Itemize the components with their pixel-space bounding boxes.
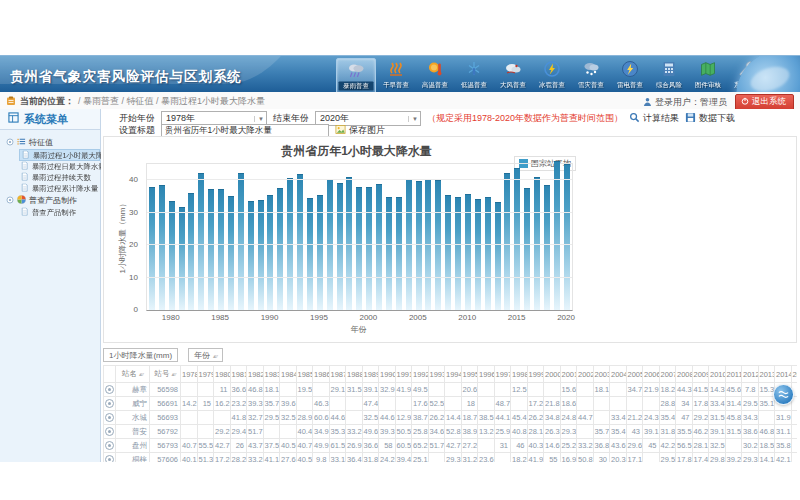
row-radio[interactable] <box>104 411 116 425</box>
bar-1991 <box>277 188 283 310</box>
nav-item-wind[interactable]: 大风普查 <box>494 58 532 93</box>
nav-item-label: 暴雨普查 <box>339 81 374 90</box>
year-header-1989[interactable]: 1989 <box>362 366 379 383</box>
radio-icon[interactable] <box>105 427 114 436</box>
year-header-1981[interactable]: 1981 <box>230 366 247 383</box>
download-button[interactable]: 数据下载 <box>685 112 735 125</box>
year-header-2015[interactable]: 2015 <box>791 366 797 383</box>
sidebar-item-0-1[interactable]: 暴雨过程日最大降水量 <box>19 161 100 172</box>
nav-item-hail[interactable]: 冰雹普查 <box>533 58 571 93</box>
sidebar-item-0-0[interactable]: 暴雨过程1小时最大降水量 <box>19 149 100 161</box>
nav-item-hightemp[interactable]: 高温普查 <box>416 58 454 93</box>
bar-slot-2009 <box>453 164 463 310</box>
year-header-2004[interactable]: 2004 <box>610 366 627 383</box>
year-header-2013[interactable]: 2013 <box>758 366 775 383</box>
year-header-1998[interactable]: 1998 <box>511 366 528 383</box>
year-header-2005[interactable]: 2005 <box>626 366 643 383</box>
year-header-2007[interactable]: 2007 <box>659 366 676 383</box>
nav-item-snow[interactable]: 雪灾普查 <box>572 58 610 93</box>
year-header-1990[interactable]: 1990 <box>379 366 396 383</box>
sidebar-group-0[interactable]: 特征值 <box>6 136 100 149</box>
year-header-1993[interactable]: 1993 <box>428 366 445 383</box>
radio-icon[interactable] <box>105 441 114 450</box>
sidebar-item-0-2[interactable]: 暴雨过程持续天数 <box>19 172 100 183</box>
nav-item-lightning[interactable]: 雷电普查 <box>611 58 649 93</box>
nav-item-map[interactable]: 图件审核 <box>689 58 727 93</box>
year-header-2001[interactable]: 2001 <box>560 366 577 383</box>
year-header-1992[interactable]: 1992 <box>412 366 429 383</box>
bar-slot-2014 <box>503 164 513 310</box>
value-cell: 39.2 <box>725 453 742 463</box>
expand-icon[interactable] <box>6 196 14 206</box>
year-header-1995[interactable]: 1995 <box>461 366 478 383</box>
year-header-1994[interactable]: 1994 <box>445 366 462 383</box>
nav-item-drought[interactable]: 干旱普查 <box>377 58 415 93</box>
year-header-2002[interactable]: 2002 <box>577 366 594 383</box>
nav-item-lowtemp[interactable]: 低温普查 <box>455 58 493 93</box>
year-header-2011[interactable]: 2011 <box>725 366 742 383</box>
value-cell: 23.2 <box>230 397 247 411</box>
nav-item-label: 大风普查 <box>496 80 531 89</box>
nav-item-rain[interactable]: 暴雨普查 <box>336 58 376 93</box>
year-header-1980[interactable]: 1980 <box>214 366 231 383</box>
sidebar-item-1-0[interactable]: 普查产品制作 <box>19 207 100 218</box>
value-cell: 29.1 <box>329 383 346 397</box>
year-header-2009[interactable]: 2009 <box>692 366 709 383</box>
row-radio[interactable] <box>104 439 116 453</box>
row-radio[interactable] <box>104 425 116 439</box>
column-field-chip[interactable]: 年份 ▴▿ <box>188 348 223 362</box>
sidebar-group-1[interactable]: 普查产品制作 <box>6 194 100 207</box>
year-header-2012[interactable]: 2012 <box>742 366 759 383</box>
year-header-2000[interactable]: 2000 <box>544 366 561 383</box>
value-cell: 17.4 <box>692 453 709 463</box>
year-header-1986[interactable]: 1986 <box>313 366 330 383</box>
value-cell: 14.6 <box>544 439 561 453</box>
year-header-2010[interactable]: 2010 <box>709 366 726 383</box>
value-field-chip[interactable]: 1小时降水量(mm) <box>103 348 178 362</box>
year-header-1996[interactable]: 1996 <box>478 366 495 383</box>
station-name-header[interactable]: 站名 ▴▿ <box>116 366 150 383</box>
row-radio[interactable] <box>104 397 116 411</box>
year-header-1979[interactable]: 1979 <box>197 366 214 383</box>
value-cell <box>214 411 231 425</box>
year-header-1987[interactable]: 1987 <box>329 366 346 383</box>
year-header-1983[interactable]: 1983 <box>263 366 280 383</box>
year-header-1991[interactable]: 1991 <box>395 366 412 383</box>
year-header-1978[interactable]: 1978 <box>181 366 198 383</box>
value-cell: 34.8 <box>544 411 561 425</box>
radio-icon[interactable] <box>105 413 114 422</box>
year-header-2008[interactable]: 2008 <box>676 366 693 383</box>
year-header-1984[interactable]: 1984 <box>280 366 297 383</box>
year-header-2003[interactable]: 2003 <box>593 366 610 383</box>
palette-icon <box>17 195 26 206</box>
sidebar-item-0-3[interactable]: 暴雨过程累计降水量 <box>19 183 100 194</box>
year-header-1982[interactable]: 1982 <box>247 366 264 383</box>
value-cell: 38.5 <box>478 411 495 425</box>
value-cell: 11 <box>214 383 231 397</box>
power-icon <box>741 97 749 107</box>
calculate-button[interactable]: 计算结果 <box>629 112 679 125</box>
row-radio[interactable] <box>104 383 116 397</box>
service-float-button[interactable] <box>773 384 794 405</box>
value-cell: 27.6 <box>280 453 297 463</box>
station-id-header[interactable]: 站号 ▴▿ <box>150 366 181 383</box>
radio-icon[interactable] <box>105 399 114 408</box>
radio-icon[interactable] <box>105 385 114 394</box>
expand-icon[interactable] <box>6 138 14 148</box>
year-header-1985[interactable]: 1985 <box>296 366 313 383</box>
radio-icon[interactable] <box>105 455 114 463</box>
sidebar-group-label: 普查产品制作 <box>29 195 77 206</box>
sidebar-item-label: 暴雨过程累计降水量 <box>32 183 98 193</box>
year-header-2014[interactable]: 2014 <box>775 366 792 383</box>
value-cell <box>428 383 445 397</box>
year-header-1999[interactable]: 1999 <box>527 366 544 383</box>
year-header-1997[interactable]: 1997 <box>494 366 511 383</box>
sort-icons[interactable]: ▴▿ <box>213 352 217 359</box>
nav-item-calculator[interactable]: 综合风险 <box>650 58 688 93</box>
value-cell: 29.2 <box>214 425 231 439</box>
rain-icon <box>337 60 375 81</box>
row-radio[interactable] <box>104 453 116 463</box>
year-header-1988[interactable]: 1988 <box>346 366 363 383</box>
bar-chart: 贵州省历年1小时最大降水量 国家站平均 1小时降水量（mm） 年份 010203… <box>104 137 584 342</box>
year-header-2006[interactable]: 2006 <box>643 366 660 383</box>
